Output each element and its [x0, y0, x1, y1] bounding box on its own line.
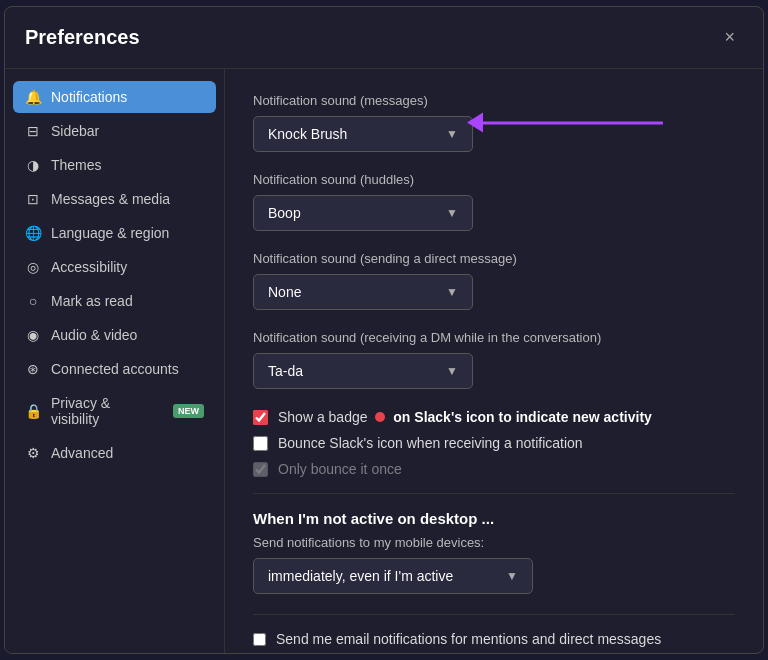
- arrow-head: [467, 113, 483, 133]
- notification-sound-dm-value: None: [268, 284, 301, 300]
- sidebar-icon: ⊟: [25, 123, 41, 139]
- themes-icon: ◑: [25, 157, 41, 173]
- show-badge-row: Show a badge on Slack's icon to indicate…: [253, 409, 735, 425]
- connected-accounts-icon: ⊛: [25, 361, 41, 377]
- sidebar-item-label: Notifications: [51, 89, 127, 105]
- sidebar: 🔔Notifications⊟Sidebar◑Themes⊡Messages &…: [5, 69, 225, 653]
- notification-sound-dm-row: Notification sound (sending a direct mes…: [253, 251, 735, 310]
- notification-sound-dm-dropdown[interactable]: None ▼: [253, 274, 473, 310]
- chevron-down-icon: ▼: [446, 285, 458, 299]
- messages-media-icon: ⊡: [25, 191, 41, 207]
- close-button[interactable]: ×: [716, 23, 743, 52]
- notification-sound-dm-conversation-value: Ta-da: [268, 363, 303, 379]
- sidebar-item-messages-media[interactable]: ⊡Messages & media: [13, 183, 216, 215]
- arrow-annotation: [483, 121, 663, 124]
- sidebar-item-label: Advanced: [51, 445, 113, 461]
- sidebar-item-label: Language & region: [51, 225, 169, 241]
- dot-indicator: [375, 412, 385, 422]
- accessibility-icon: ◎: [25, 259, 41, 275]
- sidebar-item-notifications[interactable]: 🔔Notifications: [13, 81, 216, 113]
- show-badge-label: Show a badge on Slack's icon to indicate…: [278, 409, 652, 425]
- privacy-visibility-icon: 🔒: [25, 403, 41, 419]
- sidebar-item-privacy-visibility[interactable]: 🔒Privacy & visibilityNEW: [13, 387, 216, 435]
- chevron-down-icon: ▼: [446, 206, 458, 220]
- modal-body: 🔔Notifications⊟Sidebar◑Themes⊡Messages &…: [5, 69, 763, 653]
- sidebar-item-themes[interactable]: ◑Themes: [13, 149, 216, 181]
- inactive-dropdown-value: immediately, even if I'm active: [268, 568, 453, 584]
- divider: [253, 493, 735, 494]
- chevron-down-icon: ▼: [506, 569, 518, 583]
- notification-sound-huddles-dropdown[interactable]: Boop ▼: [253, 195, 473, 231]
- preferences-modal: Preferences × 🔔Notifications⊟Sidebar◑The…: [4, 6, 764, 654]
- sidebar-item-connected-accounts[interactable]: ⊛Connected accounts: [13, 353, 216, 385]
- notification-sound-huddles-row: Notification sound (huddles) Boop ▼: [253, 172, 735, 231]
- arrow-line: [483, 121, 663, 124]
- bounce-icon-row: Bounce Slack's icon when receiving a not…: [253, 435, 735, 451]
- notification-sound-dm-conversation-dropdown[interactable]: Ta-da ▼: [253, 353, 473, 389]
- modal-title: Preferences: [25, 26, 140, 49]
- audio-video-icon: ◉: [25, 327, 41, 343]
- sidebar-item-label: Privacy & visibility: [51, 395, 159, 427]
- inactive-send-label: Send notifications to my mobile devices:: [253, 535, 735, 550]
- bounce-icon-label: Bounce Slack's icon when receiving a not…: [278, 435, 583, 451]
- sidebar-item-label: Accessibility: [51, 259, 127, 275]
- inactive-section-title: When I'm not active on desktop ...: [253, 510, 735, 527]
- new-badge: NEW: [173, 404, 204, 418]
- notification-sound-huddles-label: Notification sound (huddles): [253, 172, 735, 187]
- email-notification-label: Send me email notifications for mentions…: [276, 631, 661, 647]
- sidebar-item-label: Themes: [51, 157, 102, 173]
- show-badge-checkbox[interactable]: [253, 410, 268, 425]
- bounce-once-row: Only bounce it once: [253, 461, 735, 477]
- notification-sound-dm-conversation-label: Notification sound (receiving a DM while…: [253, 330, 735, 345]
- language-region-icon: 🌐: [25, 225, 41, 241]
- sidebar-item-label: Messages & media: [51, 191, 170, 207]
- email-notification-checkbox[interactable]: [253, 633, 266, 646]
- notification-sound-messages-label: Notification sound (messages): [253, 93, 735, 108]
- notification-sound-messages-row: Notification sound (messages) Knock Brus…: [253, 93, 735, 152]
- notifications-icon: 🔔: [25, 89, 41, 105]
- sidebar-item-language-region[interactable]: 🌐Language & region: [13, 217, 216, 249]
- notification-sound-messages-value: Knock Brush: [268, 126, 347, 142]
- badge-label-prefix: Show a badge: [278, 409, 368, 425]
- sidebar-item-audio-video[interactable]: ◉Audio & video: [13, 319, 216, 351]
- bounce-once-label: Only bounce it once: [278, 461, 402, 477]
- sidebar-item-advanced[interactable]: ⚙Advanced: [13, 437, 216, 469]
- notification-sound-huddles-value: Boop: [268, 205, 301, 221]
- sidebar-item-label: Sidebar: [51, 123, 99, 139]
- sidebar-item-mark-as-read[interactable]: ○Mark as read: [13, 285, 216, 317]
- sidebar-item-label: Audio & video: [51, 327, 137, 343]
- sidebar-item-sidebar[interactable]: ⊟Sidebar: [13, 115, 216, 147]
- sidebar-item-label: Connected accounts: [51, 361, 179, 377]
- inactive-dropdown[interactable]: immediately, even if I'm active ▼: [253, 558, 533, 594]
- notification-sound-dm-label: Notification sound (sending a direct mes…: [253, 251, 735, 266]
- chevron-down-icon: ▼: [446, 127, 458, 141]
- badge-label-suffix: on Slack's icon to indicate new activity: [393, 409, 652, 425]
- notification-sound-dm-conversation-row: Notification sound (receiving a DM while…: [253, 330, 735, 389]
- notification-sound-messages-dropdown[interactable]: Knock Brush ▼: [253, 116, 473, 152]
- chevron-down-icon: ▼: [446, 364, 458, 378]
- mark-as-read-icon: ○: [25, 293, 41, 309]
- sidebar-item-accessibility[interactable]: ◎Accessibility: [13, 251, 216, 283]
- advanced-icon: ⚙: [25, 445, 41, 461]
- content-area: Notification sound (messages) Knock Brus…: [225, 69, 763, 653]
- email-notification-row: Send me email notifications for mentions…: [253, 614, 735, 647]
- modal-header: Preferences ×: [5, 7, 763, 69]
- sidebar-item-label: Mark as read: [51, 293, 133, 309]
- bounce-once-checkbox[interactable]: [253, 462, 268, 477]
- bounce-icon-checkbox[interactable]: [253, 436, 268, 451]
